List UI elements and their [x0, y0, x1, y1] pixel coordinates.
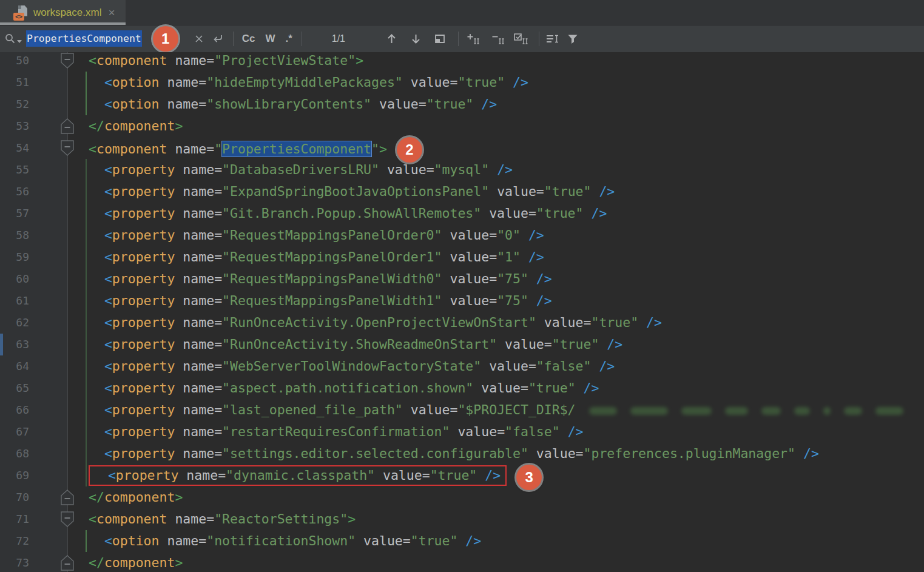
code-text: <property name="DatabaseDriversLRU" valu…: [89, 159, 513, 181]
line-number: 51: [0, 72, 29, 93]
line-number: 57: [0, 203, 29, 224]
insert-newline-icon[interactable]: [211, 33, 224, 44]
line-number: 67: [0, 421, 29, 443]
clear-search-icon[interactable]: [194, 34, 204, 44]
line-number: 52: [0, 93, 29, 115]
code-line-62[interactable]: 62 <property name="RunOnceActivity.OpenP…: [0, 312, 924, 334]
redacted-text-blur: [681, 407, 712, 415]
code-text: <option name="notificationShown" value="…: [89, 530, 481, 552]
match-counter: 1/1: [326, 33, 351, 44]
line-number: 63: [0, 334, 29, 355]
fold-end-icon[interactable]: [61, 490, 74, 508]
line-number: 69: [0, 465, 29, 486]
fold-start-icon[interactable]: [61, 140, 74, 158]
code-line-73[interactable]: 73</component>: [0, 552, 924, 572]
editor-tab-bar: <> workspace.xml ×: [0, 0, 924, 25]
line-number: 71: [0, 508, 29, 530]
search-history-icon[interactable]: [0, 33, 26, 45]
code-line-66[interactable]: 66 <property name="last_opened_file_path…: [0, 399, 924, 421]
code-line-67[interactable]: 67 <property name="restartRequiresConfir…: [0, 421, 924, 443]
code-text: <property name="RequestMappingsPanelWidt…: [89, 290, 552, 312]
chevron-down-icon: [17, 40, 22, 43]
code-text: <property name="RunOnceActivity.ShowRead…: [89, 334, 622, 355]
code-text: <property name="settings.editor.selected…: [89, 443, 819, 465]
tab-workspace-xml[interactable]: <> workspace.xml ×: [0, 0, 126, 25]
annotation-red-box: <property name="dynamic.classpath" value…: [89, 465, 507, 486]
code-line-72[interactable]: 72 <option name="notificationShown" valu…: [0, 530, 924, 552]
code-line-51[interactable]: 51 <option name="hideEmptyMiddlePackages…: [0, 72, 924, 93]
fold-end-icon[interactable]: [61, 118, 74, 136]
code-line-68[interactable]: 68 <property name="settings.editor.selec…: [0, 443, 924, 465]
code-editor[interactable]: 50<component name="ProjectViewState">51 …: [0, 52, 924, 572]
code-line-54[interactable]: 54<component name="PropertiesComponent">…: [0, 137, 924, 159]
code-line-64[interactable]: 64 <property name="WebServerToolWindowFa…: [0, 355, 924, 377]
code-line-53[interactable]: 53</component>: [0, 115, 924, 137]
line-number: 66: [0, 399, 29, 421]
previous-occurrence-icon[interactable]: [386, 33, 397, 45]
fold-start-icon[interactable]: [61, 511, 74, 530]
code-lines: 50<component name="ProjectViewState">51 …: [0, 52, 924, 572]
line-number: 56: [0, 181, 29, 203]
code-line-70[interactable]: 70</component>: [0, 486, 924, 508]
redacted-text-blur: [725, 407, 748, 415]
line-number: 72: [0, 530, 29, 552]
code-text: <property name="RequestMappingsPanelOrde…: [89, 224, 544, 246]
code-line-52[interactable]: 52 <option name="showLibraryContents" va…: [0, 93, 924, 115]
code-text: <option name="showLibraryContents" value…: [89, 93, 497, 115]
code-line-50[interactable]: 50<component name="ProjectViewState">: [0, 52, 924, 72]
redacted-text-blur: [589, 407, 617, 415]
line-number: 58: [0, 224, 29, 246]
code-line-56[interactable]: 56 <property name="ExpandSpringBootJavaO…: [0, 181, 924, 203]
line-number: 64: [0, 355, 29, 377]
code-text: <property name="ExpandSpringBootJavaOpti…: [89, 181, 615, 203]
line-number: 62: [0, 312, 29, 334]
code-line-71[interactable]: 71<component name="ReactorSettings">: [0, 508, 924, 530]
regex-toggle[interactable]: .*: [286, 33, 292, 45]
select-all-occurrences-icon[interactable]: [513, 33, 530, 45]
line-number: 60: [0, 268, 29, 290]
redacted-text-blur: [794, 407, 810, 415]
search-field-options-icon[interactable]: [545, 33, 559, 45]
code-line-57[interactable]: 57 <property name="Git.Branch.Popup.Show…: [0, 203, 924, 224]
line-number: 54: [0, 137, 29, 159]
add-occurrence-icon[interactable]: [466, 33, 481, 45]
code-line-60[interactable]: 60 <property name="RequestMappingsPanelW…: [0, 268, 924, 290]
code-line-65[interactable]: 65 <property name="aspect.path.notificat…: [0, 377, 924, 399]
code-line-58[interactable]: 58 <property name="RequestMappingsPanelO…: [0, 224, 924, 246]
remove-occurrence-icon[interactable]: [491, 33, 506, 45]
code-text: <property name="RequestMappingsPanelWidt…: [89, 268, 552, 290]
annotation-badge-1: 1: [153, 26, 178, 52]
code-line-69[interactable]: 69 <property name="dynamic.classpath" va…: [0, 465, 924, 486]
code-text: <component name="ReactorSettings">: [89, 508, 356, 530]
code-line-63[interactable]: 63 <property name="RunOnceActivity.ShowR…: [0, 334, 924, 355]
filter-results-icon[interactable]: [567, 33, 579, 45]
code-text: <component name="ProjectViewState">: [89, 52, 363, 72]
code-line-59[interactable]: 59 <property name="RequestMappingsPanelO…: [0, 246, 924, 268]
xml-file-icon: <>: [13, 5, 28, 21]
code-text: <property name="restartRequiresConfirmat…: [89, 421, 584, 443]
whole-words-toggle[interactable]: W: [265, 33, 275, 45]
code-text: <property name="RequestMappingsPanelOrde…: [89, 246, 544, 268]
next-occurrence-icon[interactable]: [410, 33, 422, 45]
open-in-find-window-icon[interactable]: [434, 33, 446, 44]
line-number: 61: [0, 290, 29, 312]
code-text: <option name="hideEmptyMiddlePackages" v…: [89, 72, 528, 93]
find-bar: PropertiesComponent 1 Cc W .* 1/1: [0, 25, 924, 53]
code-text: <property name="last_opened_file_path" v…: [89, 399, 903, 421]
fold-start-icon[interactable]: [61, 53, 74, 71]
code-line-61[interactable]: 61 <property name="RequestMappingsPanelW…: [0, 290, 924, 312]
line-number: 73: [0, 552, 29, 572]
code-text: </component>: [89, 486, 183, 508]
code-line-55[interactable]: 55 <property name="DatabaseDriversLRU" v…: [0, 159, 924, 181]
search-input-selection: PropertiesComponent: [26, 30, 142, 47]
line-number: 68: [0, 443, 29, 465]
tab-close-icon[interactable]: ×: [108, 7, 115, 18]
code-text: <property name="aspect.path.notification…: [89, 377, 599, 399]
code-text: <property name="WebServerToolWindowFacto…: [89, 355, 615, 377]
line-number: 70: [0, 486, 29, 508]
search-input[interactable]: PropertiesComponent: [26, 25, 142, 52]
redacted-text-blur: [844, 407, 862, 415]
fold-end-icon[interactable]: [61, 555, 74, 572]
match-case-toggle[interactable]: Cc: [242, 33, 255, 45]
redacted-text-blur: [875, 407, 903, 415]
